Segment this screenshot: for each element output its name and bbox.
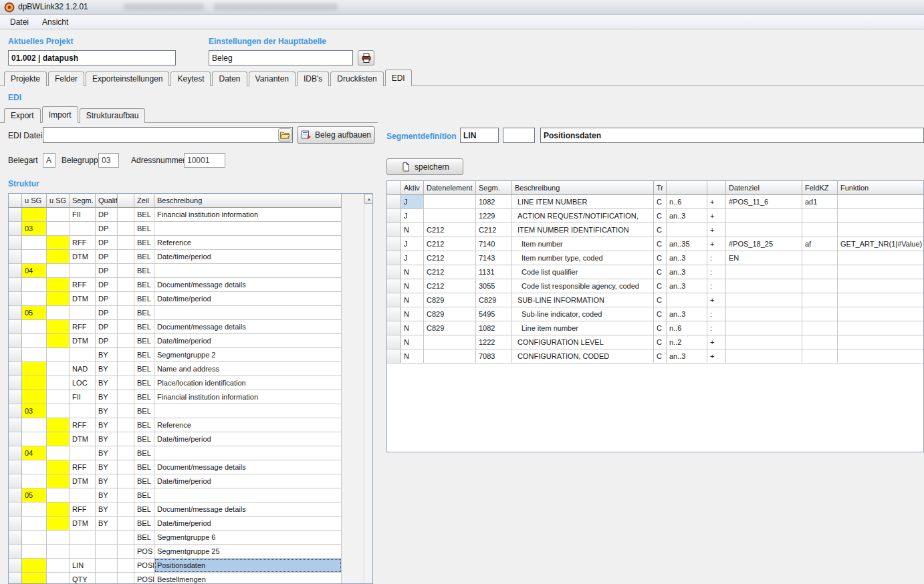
cell-qualif[interactable]: BY: [96, 432, 118, 446]
cell-qualif[interactable]: BY: [96, 376, 118, 390]
titlebar[interactable]: dpBWLink32 1.2.01: [0, 0, 924, 15]
cell-separator[interactable]: :: [707, 279, 726, 293]
row-selector[interactable]: [387, 321, 401, 335]
cell-datenziel[interactable]: [726, 349, 802, 363]
cell-zeil[interactable]: BEL: [134, 390, 154, 404]
belegart-input[interactable]: A: [43, 153, 55, 168]
row-selector[interactable]: [9, 208, 22, 222]
cell-aktiv[interactable]: N: [401, 223, 424, 237]
menu-datei[interactable]: Datei: [4, 16, 35, 28]
cell-blank[interactable]: [118, 573, 134, 584]
cell-format[interactable]: an..3: [667, 349, 707, 363]
cell-datenziel[interactable]: EN: [726, 251, 802, 265]
row-selector[interactable]: [9, 559, 22, 573]
cell-beschreibung[interactable]: SUB-LINE INFORMATION: [512, 293, 654, 307]
row-selector[interactable]: [9, 517, 22, 531]
cell-usg2[interactable]: [47, 474, 70, 488]
belegruppe-input[interactable]: 03: [98, 153, 119, 168]
cell-funktion[interactable]: [838, 293, 924, 307]
cell-qualif[interactable]: DP: [96, 306, 118, 320]
cell-format[interactable]: n..6: [667, 321, 707, 335]
cell-beschreibung[interactable]: ACTION REQUEST/NOTIFICATION,: [512, 209, 654, 223]
cell-qualif[interactable]: BY: [96, 418, 118, 432]
cell-funktion[interactable]: [838, 335, 924, 349]
cell-beschreibung[interactable]: Positionsdaten: [154, 559, 342, 573]
cell-usg1[interactable]: [22, 320, 47, 334]
cell-qualif[interactable]: DP: [96, 264, 118, 278]
cell-blank[interactable]: [118, 348, 134, 362]
row-selector[interactable]: [9, 446, 22, 460]
row-selector[interactable]: [9, 545, 22, 559]
cell-beschreibung[interactable]: CONFIGURATION, CODED: [512, 349, 654, 363]
row-selector[interactable]: [387, 349, 401, 363]
cell-segm[interactable]: 3055: [476, 279, 512, 293]
cell-feldkz[interactable]: [802, 293, 838, 307]
cell-beschreibung[interactable]: Financial institution information: [154, 390, 342, 404]
browse-file-button[interactable]: [278, 128, 292, 142]
cell-qualif[interactable]: DP: [96, 236, 118, 250]
cell-usg2[interactable]: [47, 404, 70, 418]
cell-beschreibung[interactable]: Document/message details: [154, 320, 342, 334]
cell-beschreibung[interactable]: Date/time/period: [154, 517, 342, 531]
cell-datenelement[interactable]: C829: [424, 293, 476, 307]
cell-tr[interactable]: C: [654, 223, 667, 237]
cell-segm[interactable]: DTM: [70, 250, 96, 264]
cell-beschreibung[interactable]: Document/message details: [154, 502, 342, 517]
row-selector[interactable]: [9, 306, 22, 320]
cell-beschreibung[interactable]: Place/location identification: [154, 376, 342, 390]
cell-qualif[interactable]: BY: [96, 390, 118, 404]
cell-beschreibung[interactable]: Financial institution information: [154, 208, 342, 222]
cell-blank[interactable]: [118, 488, 134, 502]
cell-blank[interactable]: [118, 236, 134, 250]
cell-usg2[interactable]: [47, 236, 70, 250]
cell-beschreibung[interactable]: Date/time/period: [154, 474, 342, 488]
cell-segm[interactable]: C829: [476, 293, 512, 307]
cell-beschreibung[interactable]: Sub-line indicator, coded: [512, 307, 654, 321]
cell-zeil[interactable]: POSE: [134, 573, 154, 584]
row-selector[interactable]: [9, 531, 22, 545]
cell-segm[interactable]: C212: [476, 223, 512, 237]
cell-qualif[interactable]: DP: [96, 334, 118, 348]
cell-usg1[interactable]: 05: [22, 306, 47, 320]
cell-aktiv[interactable]: J: [401, 237, 424, 251]
cell-datenziel[interactable]: [726, 321, 802, 335]
cell-usg2[interactable]: [47, 306, 70, 320]
cell-segm[interactable]: RFF: [70, 502, 96, 517]
cell-usg1[interactable]: [22, 545, 47, 559]
cell-segm[interactable]: 1082: [476, 195, 512, 209]
struktur-scrollbar[interactable]: ▲: [364, 194, 373, 584]
row-selector[interactable]: [9, 320, 22, 334]
cell-feldkz[interactable]: [802, 307, 838, 321]
cell-usg1[interactable]: [22, 236, 47, 250]
cell-aktiv[interactable]: N: [401, 349, 424, 363]
cell-blank[interactable]: [118, 320, 134, 334]
cell-zeil[interactable]: POS: [134, 545, 154, 559]
cell-funktion[interactable]: [838, 265, 924, 279]
cell-segm[interactable]: RFF: [70, 236, 96, 250]
cell-usg1[interactable]: [22, 418, 47, 432]
cell-usg2[interactable]: [47, 390, 70, 404]
cell-blank[interactable]: [118, 264, 134, 278]
projekt-input[interactable]: 01.002 | datapush: [8, 50, 176, 65]
cell-usg2[interactable]: [47, 320, 70, 334]
row-selector[interactable]: [387, 223, 401, 237]
cell-segm[interactable]: [70, 264, 96, 278]
cell-blank[interactable]: [118, 222, 134, 236]
cell-zeil[interactable]: BEL: [134, 474, 154, 488]
cell-zeil[interactable]: BEL: [134, 376, 154, 390]
menu-ansicht[interactable]: Ansicht: [36, 16, 74, 28]
row-selector[interactable]: [9, 488, 22, 502]
cell-usg1[interactable]: [22, 278, 47, 292]
cell-funktion[interactable]: GET_ART_NR(1|#Value): [838, 237, 924, 251]
cell-blank[interactable]: [118, 559, 134, 573]
cell-blank[interactable]: [118, 278, 134, 292]
cell-aktiv[interactable]: J: [401, 251, 424, 265]
tab-edi[interactable]: EDI: [385, 69, 412, 86]
cell-datenziel[interactable]: [726, 307, 802, 321]
cell-usg2[interactable]: [47, 292, 70, 306]
cell-zeil[interactable]: BEL: [134, 446, 154, 460]
cell-datenelement[interactable]: C829: [424, 321, 476, 335]
cell-beschreibung[interactable]: [154, 404, 342, 418]
cell-usg2[interactable]: [47, 418, 70, 432]
cell-usg1[interactable]: 05: [22, 488, 47, 502]
